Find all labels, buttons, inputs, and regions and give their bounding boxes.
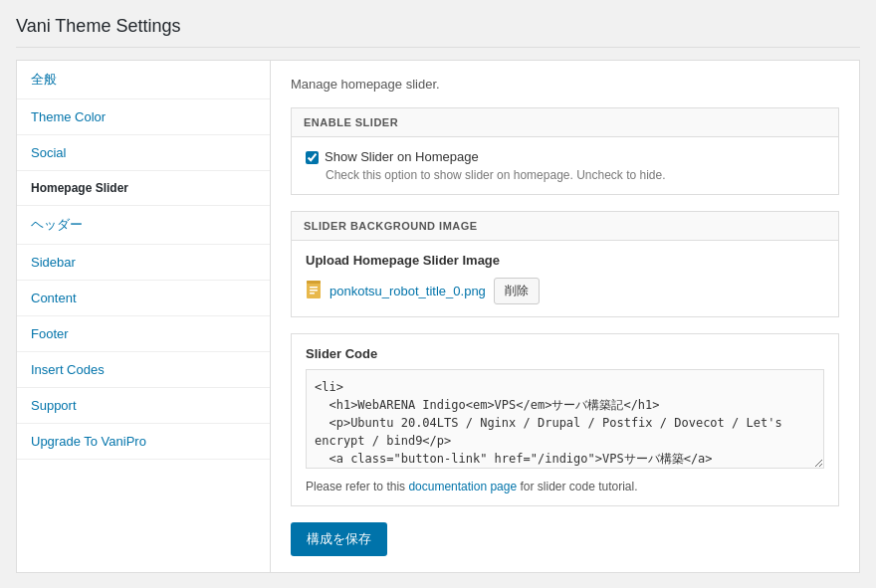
sidebar-item-social[interactable]: Social bbox=[17, 135, 270, 171]
sidebar-item-theme-color[interactable]: Theme Color bbox=[17, 99, 270, 135]
slider-code-textarea[interactable] bbox=[306, 369, 824, 469]
enable-slider-title: ENABLE SLIDER bbox=[292, 108, 838, 137]
main-content: Manage homepage slider. ENABLE SLIDER Sh… bbox=[271, 61, 859, 572]
show-slider-desc: Check this option to show slider on home… bbox=[326, 168, 824, 182]
show-slider-row: Show Slider on Homepage bbox=[306, 149, 824, 164]
file-name-link[interactable]: ponkotsu_robot_title_0.png bbox=[329, 284, 486, 298]
slider-code-label: Slider Code bbox=[306, 346, 824, 361]
doc-text-before: Please refer to this bbox=[306, 480, 408, 493]
sidebar-item-content[interactable]: Content bbox=[17, 281, 270, 316]
save-button[interactable]: 構成を保存 bbox=[291, 522, 387, 556]
slider-bg-section: SLIDER BACKGROUND IMAGE Upload Homepage … bbox=[291, 211, 839, 317]
svg-rect-4 bbox=[310, 293, 315, 294]
sidebar-item-upgrade[interactable]: Upgrade To VaniPro bbox=[17, 424, 270, 460]
manage-text: Manage homepage slider. bbox=[291, 77, 839, 92]
sidebar-item-support[interactable]: Support bbox=[17, 388, 270, 424]
slider-bg-body: Upload Homepage Slider Image ponkots bbox=[292, 241, 838, 316]
file-icon bbox=[306, 281, 322, 301]
settings-sidebar: 全般Theme ColorSocialHomepage SliderヘッダーSi… bbox=[17, 61, 271, 572]
doc-text: Please refer to this documentation page … bbox=[306, 480, 824, 493]
file-row: ponkotsu_robot_title_0.png 削除 bbox=[306, 278, 824, 304]
slider-code-body: Slider Code Please refer to this documen… bbox=[292, 334, 838, 505]
slider-code-section: Slider Code Please refer to this documen… bbox=[291, 333, 839, 506]
save-section: 構成を保存 bbox=[291, 522, 839, 556]
sidebar-item-zenbu[interactable]: 全般 bbox=[17, 61, 270, 99]
sidebar-item-footer[interactable]: Footer bbox=[17, 316, 270, 352]
upload-label: Upload Homepage Slider Image bbox=[306, 253, 824, 268]
show-slider-checkbox[interactable] bbox=[306, 151, 319, 164]
delete-button[interactable]: 削除 bbox=[494, 278, 540, 304]
sidebar-item-homepage-slider[interactable]: Homepage Slider bbox=[17, 171, 270, 206]
doc-text-after: for slider code tutorial. bbox=[517, 480, 637, 493]
svg-rect-1 bbox=[307, 281, 321, 284]
settings-layout: 全般Theme ColorSocialHomepage SliderヘッダーSi… bbox=[16, 60, 860, 573]
svg-rect-2 bbox=[310, 287, 318, 289]
enable-slider-body: Show Slider on Homepage Check this optio… bbox=[292, 137, 838, 194]
sidebar-item-insert-codes[interactable]: Insert Codes bbox=[17, 352, 270, 388]
sidebar-item-header[interactable]: ヘッダー bbox=[17, 206, 270, 245]
slider-bg-title: SLIDER BACKGROUND IMAGE bbox=[292, 212, 838, 241]
enable-slider-section: ENABLE SLIDER Show Slider on Homepage Ch… bbox=[291, 107, 839, 195]
sidebar-item-sidebar[interactable]: Sidebar bbox=[17, 245, 270, 281]
page-title: Vani Theme Settings bbox=[16, 16, 860, 48]
svg-rect-3 bbox=[310, 290, 318, 292]
show-slider-label[interactable]: Show Slider on Homepage bbox=[325, 149, 479, 164]
page-wrapper: Vani Theme Settings 全般Theme ColorSocialH… bbox=[0, 0, 876, 588]
doc-link[interactable]: documentation page bbox=[408, 480, 517, 493]
